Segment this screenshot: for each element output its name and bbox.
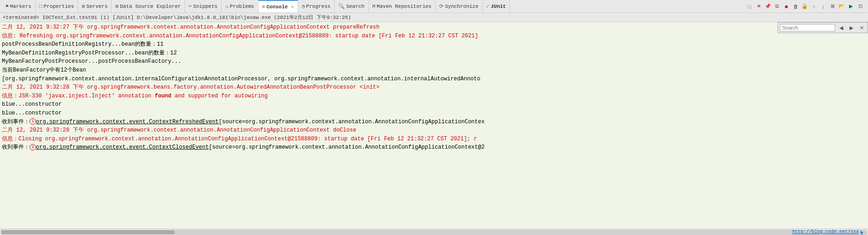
tab-synchronize[interactable]: ⟳ Synchronize bbox=[436, 0, 483, 12]
scrollbar-thumb[interactable] bbox=[1, 230, 174, 234]
console-close-icon[interactable]: ✕ bbox=[291, 4, 294, 10]
tab-junit[interactable]: ✓ JUnit bbox=[483, 0, 510, 12]
tab-markers[interactable]: ⚑ Markers bbox=[2, 0, 36, 12]
snippets-icon: ✂ bbox=[189, 3, 192, 9]
toolbar-open-file-btn[interactable]: 📂 bbox=[838, 2, 846, 11]
tab-properties[interactable]: □ Properties bbox=[36, 0, 78, 12]
tab-search[interactable]: 🔍 Search bbox=[335, 0, 369, 12]
console-line: blue...constructor bbox=[2, 109, 866, 118]
console-toolbar: □ ✕ 📌 ⧉ ■ 🗑 🔒 ↑ ↓ ⊞ 📂 ▶ ⊡ bbox=[745, 2, 866, 11]
console-line: postProcessBeanDefinitionRegistry...bean… bbox=[2, 40, 866, 49]
search-next-btn[interactable]: ▶ bbox=[847, 24, 856, 32]
progress-icon: ◔ bbox=[302, 3, 305, 9]
toolbar-stop-btn[interactable]: ■ bbox=[782, 2, 790, 11]
status-bar: <terminated> IOCTest_Ext.test01 (1) [JUn… bbox=[0, 13, 868, 22]
tab-datasource[interactable]: ⊞ Data Source Explorer bbox=[112, 0, 185, 12]
tab-snippets[interactable]: ✂ Snippets bbox=[185, 0, 221, 12]
tab-console[interactable]: ≡ Console ✕ bbox=[258, 0, 298, 12]
toolbar-new-console-btn[interactable]: ⊞ bbox=[828, 2, 837, 11]
toolbar-maximize-btn[interactable]: ⊡ bbox=[856, 2, 864, 11]
datasource-icon: ⊞ bbox=[115, 3, 119, 9]
toolbar-scroll-lock-btn[interactable]: 🔒 bbox=[801, 2, 809, 11]
console-line: 当前BeanFactory中有12个Bean bbox=[2, 66, 866, 75]
tab-bar: ⚑ Markers □ Properties ⊞ Servers ⊞ Data … bbox=[0, 0, 868, 13]
console-line: 信息: Refreshing org.springframework.conte… bbox=[2, 32, 866, 41]
console-line: blue...constructor bbox=[2, 100, 866, 109]
maven-icon: M bbox=[372, 4, 376, 9]
console-line: 收到事件：1org.springframework.context.event.… bbox=[2, 118, 866, 127]
console-line: MyBeanFactoryPostProcessor...postProcess… bbox=[2, 57, 866, 66]
search-input[interactable] bbox=[780, 24, 835, 31]
properties-icon: □ bbox=[39, 4, 42, 9]
console-line: 信息：JSR-330 'javax.inject.Inject' annotat… bbox=[2, 92, 866, 101]
markers-icon: ⚑ bbox=[6, 3, 9, 9]
search-prev-btn[interactable]: ◀ bbox=[837, 24, 845, 32]
console-output[interactable]: ◀ ▶ ✕ 二月 12, 2021 9:32:27 下午 org.springf… bbox=[0, 22, 868, 229]
search-close-btn[interactable]: ✕ bbox=[857, 24, 866, 32]
toolbar-pin-btn[interactable]: 📌 bbox=[764, 2, 772, 11]
console-line: 二月 12, 2021 9:32:28 下午 org.springframewo… bbox=[2, 126, 866, 135]
status-text: <terminated> IOCTest_Ext.test01 (1) [JUn… bbox=[3, 14, 351, 21]
toolbar-run-btn[interactable]: ▶ bbox=[847, 2, 855, 11]
horizontal-scrollbar[interactable]: http://blog.csdn.net/xxx ▶ bbox=[0, 229, 868, 235]
eclipse-console-window: ⚑ Markers □ Properties ⊞ Servers ⊞ Data … bbox=[0, 0, 868, 235]
toolbar-scroll-down-btn[interactable]: ↓ bbox=[819, 2, 827, 11]
tab-progress[interactable]: ◔ Progress bbox=[298, 0, 335, 12]
console-line: MyBeanDefinitionRegistryPostProcessor...… bbox=[2, 49, 866, 58]
console-line: 信息：Closing org.springframework.context.a… bbox=[2, 135, 866, 144]
tab-maven[interactable]: M Maven Repositories bbox=[369, 0, 436, 12]
toolbar-close-btn[interactable]: ✕ bbox=[754, 2, 763, 11]
console-line: 二月 12, 2021 9:32:27 下午 org.springframewo… bbox=[2, 23, 866, 32]
tab-servers[interactable]: ⊞ Servers bbox=[78, 0, 112, 12]
console-icon: ≡ bbox=[262, 4, 265, 10]
synchronize-icon: ⟳ bbox=[439, 3, 443, 9]
toolbar-scroll-up-btn[interactable]: ↑ bbox=[810, 2, 818, 11]
tab-problems[interactable]: ⚠ Problems bbox=[221, 0, 258, 12]
scrollbar-track[interactable] bbox=[1, 230, 867, 235]
scroll-right-arrow[interactable]: ▶ bbox=[861, 229, 863, 235]
console-line: 二月 12, 2021 9:32:28 下午 org.springframewo… bbox=[2, 83, 866, 92]
search-bar: ◀ ▶ ✕ bbox=[778, 22, 868, 33]
event-circle-2: 2 bbox=[30, 144, 36, 151]
search-tab-icon: 🔍 bbox=[338, 3, 345, 9]
toolbar-copy-btn[interactable]: ⧉ bbox=[773, 2, 781, 11]
toolbar-clear-btn[interactable]: 🗑 bbox=[791, 2, 800, 11]
toolbar-minimize-btn[interactable]: □ bbox=[745, 2, 754, 11]
blog-link[interactable]: http://blog.csdn.net/xxx ▶ bbox=[792, 229, 863, 235]
problems-icon: ⚠ bbox=[225, 3, 228, 9]
console-line: 收到事件：2org.springframework.context.event.… bbox=[2, 143, 866, 152]
servers-icon: ⊞ bbox=[82, 3, 85, 9]
event-circle-1: 1 bbox=[30, 118, 36, 125]
console-line: [org.springframework.context.annotation.… bbox=[2, 75, 866, 84]
junit-icon: ✓ bbox=[486, 3, 490, 9]
